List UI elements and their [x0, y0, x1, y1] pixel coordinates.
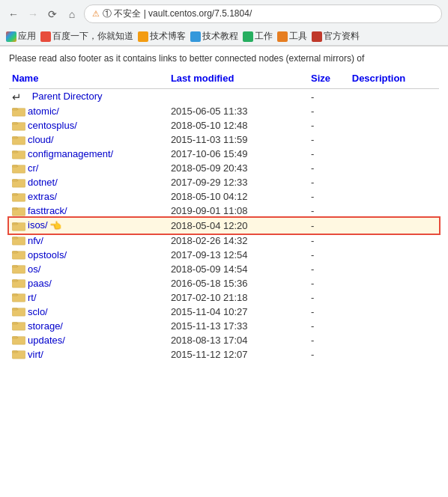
- bookmark-official-icon: [312, 31, 322, 42]
- table-row: updates/ 2018-08-13 17:04 -: [9, 333, 439, 347]
- row-size: -: [308, 290, 349, 305]
- table-row: fasttrack/ 2019-09-01 11:08 -: [9, 204, 439, 218]
- bookmark-tech-blog-label: 技术博客: [150, 30, 186, 43]
- dir-link[interactable]: centosplus/: [28, 120, 77, 131]
- folder-icon: [12, 121, 25, 131]
- dir-link[interactable]: dotnet/: [28, 177, 58, 188]
- dir-link[interactable]: cr/: [28, 162, 38, 174]
- bookmark-tutorial[interactable]: 技术教程: [190, 30, 238, 43]
- dir-link[interactable]: storage/: [28, 320, 63, 332]
- dir-link[interactable]: configmanagement/: [28, 148, 113, 159]
- bookmark-tech-blog[interactable]: 技术博客: [138, 30, 186, 43]
- folder-icon: [12, 221, 25, 231]
- table-row: atomic/ 2015-06-05 11:33 -: [9, 104, 439, 118]
- table-row: cloud/ 2015-11-03 11:59 -: [9, 132, 439, 147]
- folder-icon: [12, 306, 25, 317]
- bookmark-baidu[interactable]: 百度一下，你就知道: [40, 30, 133, 43]
- folder-icon: [12, 206, 25, 216]
- bookmark-official-label: 官方资料: [324, 30, 360, 43]
- directory-table: Name Last modified Size Description ↵ P: [9, 71, 439, 362]
- row-date: 2015-11-03 11:59: [168, 132, 308, 147]
- table-row: paas/ 2016-05-18 15:36 -: [9, 276, 439, 290]
- folder-icon: [12, 149, 25, 159]
- table-row: virt/ 2015-11-12 12:07 -: [9, 347, 439, 362]
- table-row: dotnet/ 2017-09-29 12:33 -: [9, 175, 439, 189]
- row-size: -: [308, 218, 349, 234]
- row-size: -: [308, 333, 349, 347]
- parent-size: -: [308, 88, 349, 104]
- row-size: -: [308, 132, 349, 147]
- dir-link[interactable]: virt/: [28, 349, 43, 360]
- bookmark-work-label: 工作: [255, 30, 273, 43]
- bookmarks-bar: 应用 百度一下，你就知道 技术博客 技术教程 工作 工具 官方资料: [0, 28, 448, 46]
- home-button[interactable]: ⌂: [64, 7, 79, 22]
- dir-link[interactable]: isos/👈: [28, 219, 61, 232]
- col-last-modified[interactable]: Last modified: [168, 71, 308, 89]
- table-row: opstools/ 2017-09-13 12:54 -: [9, 248, 439, 262]
- row-date: 2018-05-09 14:54: [168, 262, 308, 276]
- dir-link[interactable]: rt/: [28, 292, 37, 303]
- row-date: 2015-11-13 17:33: [168, 319, 308, 333]
- row-date: 2017-09-13 12:54: [168, 248, 308, 262]
- col-name[interactable]: Name: [9, 71, 168, 89]
- dir-link[interactable]: cloud/: [28, 134, 54, 145]
- row-date: 2018-05-10 04:12: [168, 189, 308, 204]
- row-size: -: [308, 234, 349, 248]
- dir-link[interactable]: os/: [28, 263, 40, 275]
- dir-link[interactable]: opstools/: [28, 249, 67, 260]
- folder-icon: [12, 349, 25, 359]
- dir-link[interactable]: nfv/: [28, 235, 43, 246]
- parent-directory-link[interactable]: Parent Directory: [32, 91, 103, 102]
- folder-icon: [12, 249, 25, 260]
- table-row: configmanagement/ 2017-10-06 15:49 -: [9, 147, 439, 161]
- table-row: cr/ 2018-05-09 20:43 -: [9, 161, 439, 175]
- bookmark-baidu-icon: [40, 31, 51, 42]
- row-date: 2015-11-12 12:07: [168, 347, 308, 362]
- svg-text:↵: ↵: [12, 91, 22, 103]
- row-size: -: [308, 305, 349, 319]
- row-date: 2018-08-13 17:04: [168, 333, 308, 347]
- table-row: sclo/ 2015-11-04 10:27 -: [9, 305, 439, 319]
- lock-icon: ⚠: [92, 9, 100, 19]
- row-size: -: [308, 161, 349, 175]
- nav-bar: ← → ⟳ ⌂ ⚠ ① 不安全 | vault.centos.org/7.5.1…: [0, 0, 448, 28]
- dir-link[interactable]: paas/: [28, 278, 52, 289]
- bookmark-tutorial-icon: [190, 31, 201, 42]
- bookmark-official[interactable]: 官方资料: [312, 30, 360, 43]
- table-row: nfv/ 2018-02-26 14:32 -: [9, 234, 439, 248]
- back-button[interactable]: ←: [6, 7, 21, 22]
- row-size: -: [308, 118, 349, 132]
- row-size: -: [308, 248, 349, 262]
- refresh-button[interactable]: ⟳: [45, 7, 60, 22]
- dir-link[interactable]: sclo/: [28, 306, 48, 317]
- notice-text: Please read also footer as it contains l…: [9, 52, 439, 65]
- row-size: -: [308, 204, 349, 218]
- table-row: storage/ 2015-11-13 17:33 -: [9, 319, 439, 333]
- bookmark-apps-icon: [6, 31, 16, 42]
- col-size[interactable]: Size: [308, 71, 349, 89]
- bookmark-apps[interactable]: 应用: [6, 30, 36, 43]
- table-row: isos/👈 2018-05-04 12:20 -: [9, 218, 439, 234]
- dir-link[interactable]: fasttrack/: [28, 205, 67, 216]
- row-size: -: [308, 347, 349, 362]
- row-date: 2016-05-18 15:36: [168, 276, 308, 290]
- row-date: 2018-05-09 20:43: [168, 161, 308, 175]
- folder-icon: [12, 177, 25, 188]
- dir-link[interactable]: updates/: [28, 335, 65, 346]
- folder-icon: [12, 292, 25, 302]
- parent-date: [168, 88, 308, 104]
- row-size: -: [308, 104, 349, 118]
- dir-link[interactable]: extras/: [28, 191, 57, 202]
- row-size: -: [308, 189, 349, 204]
- col-description[interactable]: Description: [349, 71, 439, 89]
- folder-icon: [12, 235, 25, 246]
- address-bar[interactable]: ⚠ ① 不安全 | vault.centos.org/7.5.1804/: [84, 4, 442, 23]
- bookmark-work[interactable]: 工作: [243, 30, 273, 43]
- dir-link[interactable]: atomic/: [28, 106, 59, 117]
- browser-chrome: ← → ⟳ ⌂ ⚠ ① 不安全 | vault.centos.org/7.5.1…: [0, 0, 448, 46]
- bookmark-tutorial-label: 技术教程: [202, 30, 238, 43]
- row-date: 2015-11-04 10:27: [168, 305, 308, 319]
- table-row: rt/ 2017-02-10 21:18 -: [9, 290, 439, 305]
- bookmark-tools[interactable]: 工具: [277, 30, 307, 43]
- forward-button[interactable]: →: [25, 7, 40, 22]
